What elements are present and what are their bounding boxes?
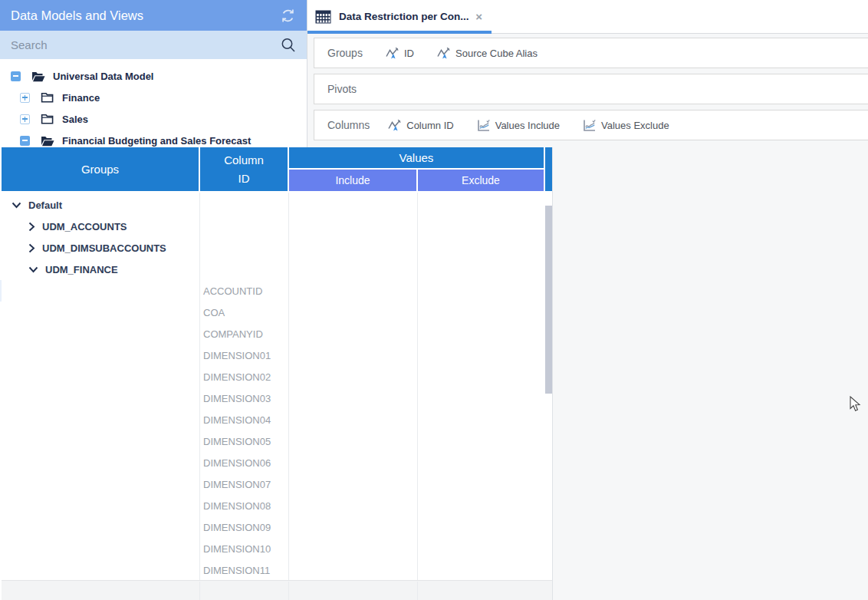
field-chip[interactable]: ID <box>386 47 414 60</box>
field-chip-label: Column ID <box>406 120 453 131</box>
vertical-scrollbar-thumb[interactable] <box>545 206 552 394</box>
column-id-cell[interactable]: DIMENSION02 <box>2 366 288 387</box>
chevron-down-icon[interactable] <box>12 202 21 209</box>
tree-item-label: Sales <box>62 114 88 125</box>
folder-closed-icon <box>41 92 55 103</box>
field-chip[interactable]: Source Cube Alias <box>437 47 538 60</box>
active-tab-indicator <box>307 31 492 34</box>
data-restriction-table: Groups Column ID Values Include Exclude … <box>2 147 553 600</box>
column-id-cell[interactable]: DIMENSION06 <box>2 452 288 473</box>
column-id-cell[interactable]: DIMENSION11 <box>2 559 288 580</box>
column-id-cell[interactable]: ACCOUNTID <box>2 280 288 302</box>
column-id-cell[interactable]: DIMENSION09 <box>2 516 288 538</box>
table-body: DefaultUDM_ACCOUNTSUDM_DIMSUBACCOUNTSUDM… <box>2 193 552 580</box>
field-chip[interactable]: Values Exclude <box>583 119 669 132</box>
header-column-line2: ID <box>238 170 250 187</box>
chevron-down-icon[interactable] <box>28 266 38 273</box>
column-id-cell[interactable]: COMPANYID <box>2 323 288 345</box>
tree-item-label: Universal Data Model <box>53 71 154 82</box>
group-row[interactable]: Default <box>2 194 199 216</box>
search-placeholder: Search <box>11 38 48 51</box>
tree-item[interactable]: Universal Data Model <box>0 65 307 87</box>
shelf-label: Groups <box>327 47 367 59</box>
column-id-cell[interactable]: DIMENSION03 <box>2 387 288 409</box>
attribute-icon <box>388 119 402 132</box>
group-row-label: Default <box>28 199 62 211</box>
folder-closed-icon <box>41 114 55 124</box>
tree-item[interactable]: Finance <box>0 87 307 108</box>
header-groups[interactable]: Groups <box>2 147 199 191</box>
column-divider <box>199 582 200 600</box>
field-chip[interactable]: Column ID <box>388 119 453 132</box>
column-id-cell[interactable]: COA <box>2 302 288 323</box>
measure-icon <box>583 119 597 132</box>
header-exclude[interactable]: Exclude <box>418 170 544 191</box>
sidebar-title: Data Models and Views <box>11 8 143 23</box>
header-scroll-corner <box>545 147 552 191</box>
field-chip-label: ID <box>404 48 414 59</box>
group-row-label: UDM_DIMSUBACCOUNTS <box>42 242 166 254</box>
column-divider <box>288 582 289 600</box>
attribute-icon <box>386 47 399 60</box>
tab-bar: Data Restriction per Con... × <box>307 0 868 34</box>
table-footer-row <box>2 580 552 600</box>
field-chip-label: Values Exclude <box>601 120 669 131</box>
measure-icon <box>477 119 491 132</box>
header-column-id[interactable]: Column ID <box>200 147 288 191</box>
expand-toggle[interactable] <box>20 93 30 103</box>
shelf-label: Columns <box>327 119 370 131</box>
group-tree: DefaultUDM_ACCOUNTSUDM_DIMSUBACCOUNTSUDM… <box>2 194 199 280</box>
collapse-toggle[interactable] <box>20 136 30 146</box>
shelf-columns: Columns Column ID Values Include Values … <box>314 110 868 140</box>
tab-close-icon[interactable]: × <box>475 11 482 22</box>
expand-toggle[interactable] <box>20 114 30 124</box>
column-id-cell[interactable]: DIMENSION04 <box>2 409 288 430</box>
tab-title: Data Restriction per Con... <box>339 11 469 22</box>
folder-open-icon <box>41 135 55 147</box>
sidebar-header: Data Models and Views <box>0 0 307 31</box>
tree-item-label: Financial Budgeting and Sales Forecast <box>62 135 251 147</box>
column-divider <box>417 582 418 600</box>
header-values[interactable]: Values <box>289 147 544 168</box>
group-row-label: UDM_FINANCE <box>45 264 118 275</box>
shelf-pivots: Pivots <box>314 74 868 104</box>
shelf-groups: Groups ID Source Cube Alias <box>314 38 868 68</box>
column-id-list: ACCOUNTIDCOACOMPANYIDDIMENSION01DIMENSIO… <box>2 280 288 580</box>
grid-icon <box>315 10 331 24</box>
attribute-icon <box>437 47 451 60</box>
field-chip[interactable]: Values Include <box>477 119 560 132</box>
folder-open-icon <box>31 71 46 82</box>
group-row[interactable]: UDM_FINANCE <box>2 259 199 280</box>
refresh-icon[interactable] <box>280 8 296 24</box>
field-chip-label: Values Include <box>495 120 560 131</box>
tree-item[interactable]: Sales <box>0 108 307 130</box>
table-header: Groups Column ID Values Include Exclude <box>2 147 552 191</box>
header-column-line1: Column <box>224 151 264 169</box>
column-id-cell[interactable]: DIMENSION08 <box>2 495 288 516</box>
layout-shelves: Groups ID Source Cube AliasPivotsColumns… <box>307 38 868 140</box>
column-id-cell[interactable]: DIMENSION05 <box>2 430 288 452</box>
search-icon[interactable] <box>281 38 296 53</box>
group-row[interactable]: UDM_ACCOUNTS <box>2 216 199 237</box>
collapse-toggle[interactable] <box>11 71 21 81</box>
chevron-right-icon[interactable] <box>28 222 35 232</box>
column-divider <box>288 193 289 580</box>
column-id-cell[interactable]: DIMENSION10 <box>2 538 288 559</box>
tab-data-restriction[interactable]: Data Restriction per Con... × <box>307 0 492 33</box>
group-row-label: UDM_ACCOUNTS <box>42 221 127 232</box>
chevron-right-icon[interactable] <box>28 243 35 253</box>
column-id-cell[interactable]: DIMENSION01 <box>2 345 288 366</box>
search-input[interactable]: Search <box>0 31 307 59</box>
shelf-label: Pivots <box>327 83 367 95</box>
column-id-cell[interactable]: DIMENSION07 <box>2 473 288 495</box>
column-divider <box>417 193 418 580</box>
tree-item-label: Finance <box>62 92 100 104</box>
header-include[interactable]: Include <box>289 170 416 191</box>
field-chip-label: Source Cube Alias <box>455 48 538 59</box>
group-row[interactable]: UDM_DIMSUBACCOUNTS <box>2 237 199 259</box>
